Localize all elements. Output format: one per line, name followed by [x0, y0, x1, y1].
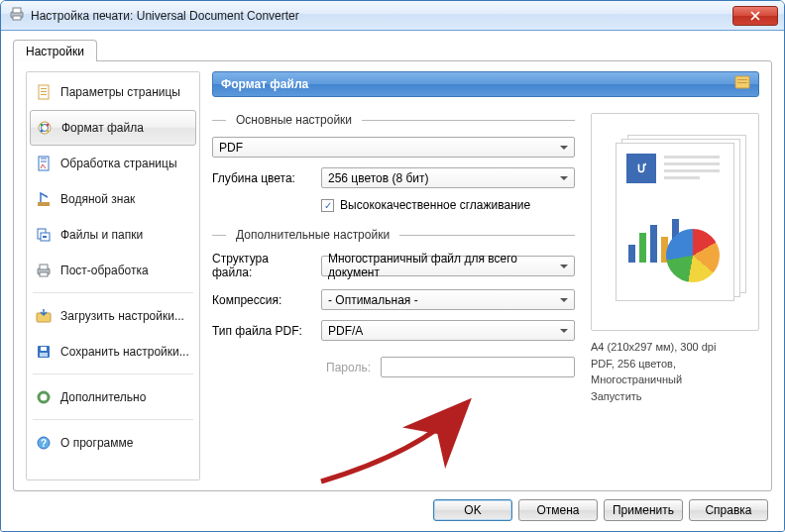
sidebar-item-label: Формат файла [61, 121, 144, 135]
svg-point-9 [41, 124, 44, 127]
close-icon [750, 11, 760, 21]
sidebar-item-label: Водяной знак [60, 192, 135, 206]
svg-rect-23 [41, 347, 47, 351]
svg-rect-5 [41, 91, 47, 92]
watermark-icon [35, 190, 53, 208]
sidebar-item-label: Параметры страницы [60, 85, 180, 99]
titlebar[interactable]: Настройка печати: Universal Document Con… [1, 1, 784, 31]
preview-document: Ư [616, 143, 734, 301]
close-button[interactable] [732, 6, 778, 26]
tabstrip: Настройки [13, 39, 772, 60]
svg-point-11 [47, 130, 50, 133]
sidebar-item-about[interactable]: ? О программе [27, 425, 199, 461]
sidebar-item-file-format[interactable]: Формат файла [30, 110, 196, 146]
svg-point-7 [39, 122, 51, 134]
about-icon: ? [35, 434, 53, 452]
svg-rect-31 [737, 82, 747, 83]
sidebar-item-label: Файлы и папки [60, 228, 143, 242]
password-input[interactable] [381, 357, 575, 377]
ok-button[interactable]: OK [433, 499, 512, 521]
svg-rect-1 [13, 8, 21, 13]
color-depth-label: Глубина цвета: [212, 171, 311, 185]
sidebar-item-post-process[interactable]: Пост-обработка [27, 253, 199, 288]
svg-point-26 [42, 395, 46, 399]
preview-column: Ư [591, 113, 759, 480]
post-process-icon [35, 262, 53, 279]
page-process-icon [35, 155, 53, 172]
svg-rect-30 [737, 79, 747, 80]
sidebar-item-label: О программе [60, 436, 133, 450]
compression-label: Компрессия: [212, 293, 311, 307]
svg-text:?: ? [41, 438, 47, 449]
svg-rect-19 [40, 265, 48, 269]
compression-value: - Оптимальная - [328, 293, 418, 307]
svg-point-12 [41, 130, 44, 133]
preview-text: А4 (210x297 мм), 300 dpi PDF, 256 цветов… [591, 339, 759, 404]
dialog-buttons: OK Отмена Применить Справка [13, 491, 772, 521]
preview-line2: PDF, 256 цветов, Многостраничный [591, 356, 759, 388]
password-label: Пароль: [212, 361, 371, 374]
sidebar: Параметры страницы Формат файла Обработк… [26, 71, 200, 480]
format-combo-value: PDF [219, 141, 243, 155]
window: Настройка печати: Universal Document Con… [0, 0, 785, 532]
group-basic: Основные настройки [212, 113, 575, 127]
tab-body: Параметры страницы Формат файла Обработк… [13, 60, 772, 491]
panel-title: Формат файла [221, 77, 308, 91]
advanced-icon [35, 388, 53, 406]
svg-rect-6 [41, 94, 47, 95]
help-icon[interactable] [734, 75, 750, 94]
compression-combo[interactable]: - Оптимальная - [321, 289, 575, 310]
sidebar-item-save[interactable]: Сохранить настройки... [27, 334, 199, 370]
sidebar-item-files-folders[interactable]: Файлы и папки [27, 217, 199, 253]
settings-column: Основные настройки PDF Глубина цвета: 25 [212, 113, 575, 480]
save-icon [35, 343, 53, 361]
file-format-icon [36, 119, 54, 137]
panel-header: Формат файла [212, 71, 759, 97]
file-structure-label: Структура файла: [212, 252, 311, 279]
preview-line3: Запустить [591, 388, 759, 405]
sidebar-item-label: Загрузить настройки... [60, 309, 184, 323]
svg-rect-14 [38, 202, 50, 206]
svg-rect-20 [40, 272, 48, 276]
format-combo[interactable]: PDF [212, 137, 575, 158]
sidebar-item-page-params[interactable]: Параметры страницы [27, 74, 199, 110]
preview-logo-icon: Ư [626, 154, 656, 183]
cancel-button[interactable]: Отмена [518, 499, 598, 521]
file-structure-value: Многостраничный файл для всего документ [328, 252, 554, 279]
svg-point-10 [47, 124, 50, 127]
file-structure-combo[interactable]: Многостраничный файл для всего документ [321, 256, 575, 276]
color-depth-combo[interactable]: 256 цветов (8 бит) [321, 167, 575, 188]
smoothing-checkbox[interactable]: ✓ [321, 199, 334, 212]
svg-rect-2 [13, 16, 21, 20]
client-area: Настройки Параметры страницы Формат файл… [1, 31, 784, 531]
load-icon [35, 307, 53, 325]
help-button[interactable]: Справка [689, 499, 768, 521]
window-title: Настройка печати: Universal Document Con… [31, 9, 732, 23]
svg-rect-4 [41, 88, 47, 89]
sidebar-item-load[interactable]: Загрузить настройки... [27, 298, 199, 334]
sidebar-separator [33, 292, 193, 294]
sidebar-item-label: Дополнительно [60, 390, 146, 404]
pdf-type-combo[interactable]: PDF/A [321, 320, 575, 341]
annotation-arrow [301, 397, 480, 486]
sidebar-item-page-process[interactable]: Обработка страницы [27, 146, 199, 181]
color-depth-value: 256 цветов (8 бит) [328, 171, 429, 185]
group-additional-label: Дополнительные настройки [236, 228, 390, 242]
smoothing-label: Высококачественное сглаживание [340, 198, 530, 212]
preview-box: Ư [591, 113, 759, 331]
main-panel: Формат файла Основные настройки PDF [212, 71, 759, 480]
sidebar-item-label: Обработка страницы [60, 157, 177, 170]
pdf-type-value: PDF/A [328, 324, 363, 338]
sidebar-separator [33, 419, 193, 421]
sidebar-item-watermark[interactable]: Водяной знак [27, 181, 199, 217]
apply-button[interactable]: Применить [604, 499, 683, 521]
svg-rect-17 [43, 236, 47, 238]
sidebar-item-label: Сохранить настройки... [60, 345, 189, 359]
pdf-type-label: Тип файла PDF: [212, 324, 311, 338]
tab-settings[interactable]: Настройки [13, 40, 97, 61]
sidebar-item-advanced[interactable]: Дополнительно [27, 379, 199, 415]
sidebar-item-label: Пост-обработка [60, 264, 149, 277]
page-params-icon [35, 83, 53, 101]
files-folders-icon [35, 226, 53, 244]
sidebar-separator [33, 373, 193, 375]
